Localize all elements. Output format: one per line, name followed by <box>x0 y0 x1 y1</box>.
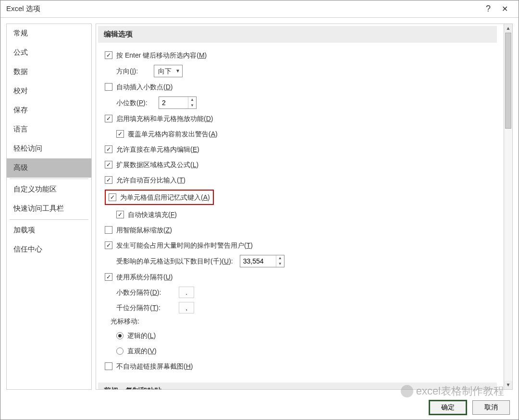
checkbox-no-hyperlink-screenshot[interactable] <box>105 362 112 370</box>
opt-enter-move[interactable]: 按 Enter 键后移动所选内容(M) <box>96 48 508 63</box>
opt-no-hyperlink-screenshot[interactable]: 不自动超链接屏幕截图(H) <box>96 359 508 374</box>
label-alert-large-ops: 发生可能会占用大量时间的操作时警告用户(T) <box>116 240 253 251</box>
radio-cursor-visual[interactable] <box>116 348 124 355</box>
label-edit-in-cell: 允许直接在单元格内编辑(E) <box>116 144 199 155</box>
sidebar-item-0[interactable]: 常规 <box>7 24 91 43</box>
sidebar-item-3[interactable]: 校对 <box>7 82 91 101</box>
highlight-autocomplete: 为单元格值启用记忆式键入(A) <box>105 190 214 205</box>
sidebar: 常规公式数据校对保存语言轻松访问高级自定义功能区快速访问工具栏加载项信任中心 <box>6 24 92 390</box>
input-decimal-sep[interactable] <box>179 287 194 298</box>
spinner-decimal-places[interactable]: ▲▼ <box>159 96 197 109</box>
help-button[interactable]: ? <box>480 4 496 14</box>
content-area: 常规公式数据校对保存语言轻松访问高级自定义功能区快速访问工具栏加载项信任中心 编… <box>0 18 519 396</box>
spin-up-icon[interactable]: ▲ <box>276 255 284 261</box>
label-system-sep: 使用系统分隔符(U) <box>116 271 173 283</box>
opt-flash-fill[interactable]: 自动快速填充(F) <box>96 207 508 222</box>
label-direction: 方向(I): <box>116 65 154 77</box>
input-affected-cells[interactable] <box>240 255 276 267</box>
dialog-title: Excel 选项 <box>6 4 480 13</box>
spin-up-icon[interactable]: ▲ <box>188 97 196 103</box>
sidebar-separator <box>10 179 88 179</box>
spinner-affected-cells[interactable]: ▲▼ <box>240 255 284 267</box>
sidebar-item-8[interactable]: 自定义功能区 <box>7 180 91 199</box>
cancel-button[interactable]: 取消 <box>472 400 510 415</box>
opt-zoom-roll[interactable]: 用智能鼠标缩放(Z) <box>96 222 508 238</box>
opt-alert-large-ops[interactable]: 发生可能会占用大量时间的操作时警告用户(T) <box>96 238 508 253</box>
scrollbar[interactable]: ▲ ▼ <box>504 24 512 389</box>
opt-system-sep[interactable]: 使用系统分隔符(U) <box>96 269 508 285</box>
checkbox-auto-decimal[interactable] <box>105 83 112 91</box>
row-decimal-places: 小位数(P): ▲▼ <box>96 95 508 111</box>
input-decimal-places[interactable] <box>159 97 188 108</box>
checkbox-percent-entry[interactable] <box>105 176 112 184</box>
close-button[interactable]: ✕ <box>496 4 513 13</box>
label-extend-format: 扩展数据区域格式及公式(L) <box>116 159 198 170</box>
opt-edit-in-cell[interactable]: 允许直接在单元格内编辑(E) <box>96 142 508 157</box>
opt-auto-decimal[interactable]: 自动插入小数点(D) <box>96 79 508 95</box>
checkbox-overwrite-warn[interactable] <box>116 130 124 138</box>
row-thousand-sep: 千位分隔符(T): <box>96 300 508 315</box>
sidebar-item-4[interactable]: 保存 <box>7 101 91 120</box>
chevron-down-icon: ▼ <box>175 65 180 77</box>
scroll-down-icon[interactable]: ▼ <box>504 381 512 389</box>
ok-button[interactable]: 确定 <box>429 400 467 415</box>
row-direction: 方向(I): 向下 ▼ <box>96 63 508 79</box>
sidebar-item-6[interactable]: 轻松访问 <box>7 139 91 158</box>
label-no-hyperlink-screenshot: 不自动超链接屏幕截图(H) <box>116 360 193 372</box>
sidebar-item-9[interactable]: 快速访问工具栏 <box>7 199 91 218</box>
label-affected-cells: 受影响的单元格达到以下数目时(千)(U): <box>116 255 233 267</box>
dialog-footer: 确定 取消 <box>0 396 519 420</box>
scroll-thumb[interactable] <box>505 33 511 129</box>
opt-cursor-logical[interactable]: 逻辑的(L) <box>96 328 508 343</box>
opt-fill-handle[interactable]: 启用填充柄和单元格拖放功能(D) <box>96 111 508 126</box>
spin-down-icon[interactable]: ▼ <box>188 103 196 108</box>
spin-down-icon[interactable]: ▼ <box>276 261 284 267</box>
titlebar: Excel 选项 ? ✕ <box>0 0 519 18</box>
checkbox-flash-fill[interactable] <box>116 211 124 218</box>
sidebar-item-7[interactable]: 高级 <box>7 158 91 178</box>
label-percent-entry: 允许自动百分比输入(T) <box>116 174 185 186</box>
label-enter-move: 按 Enter 键后移动所选内容(M) <box>116 49 207 61</box>
radio-cursor-logical[interactable] <box>116 332 124 339</box>
label-cursor-logical: 逻辑的(L) <box>127 330 156 341</box>
row-affected-cells: 受影响的单元格达到以下数目时(千)(U): ▲▼ <box>96 253 508 269</box>
sidebar-separator <box>10 219 88 220</box>
row-decimal-sep: 小数分隔符(D): <box>96 285 508 300</box>
section-editing-header: 编辑选项 <box>98 26 497 43</box>
label-decimal-places: 小位数(P): <box>116 97 159 108</box>
sidebar-item-10[interactable]: 加载项 <box>7 221 91 240</box>
checkbox-extend-format[interactable] <box>105 161 112 168</box>
sidebar-item-1[interactable]: 公式 <box>7 43 91 62</box>
label-cursor-visual: 直观的(V) <box>127 345 157 357</box>
sidebar-item-11[interactable]: 信任中心 <box>7 240 91 259</box>
label-overwrite-warn: 覆盖单元格内容前发出警告(A) <box>128 128 218 140</box>
label-fill-handle: 启用填充柄和单元格拖放功能(D) <box>116 113 213 124</box>
checkbox-zoom-roll[interactable] <box>105 226 112 234</box>
label-decimal-sep: 小数分隔符(D): <box>116 287 179 298</box>
section-cutcopy-header: 剪切、复制和粘贴 <box>98 383 497 389</box>
checkbox-fill-handle[interactable] <box>105 115 112 122</box>
opt-overwrite-warn[interactable]: 覆盖单元格内容前发出警告(A) <box>96 126 508 142</box>
sidebar-item-5[interactable]: 语言 <box>7 120 91 139</box>
label-thousand-sep: 千位分隔符(T): <box>116 302 179 313</box>
opt-percent-entry[interactable]: 允许自动百分比输入(T) <box>96 172 508 188</box>
checkbox-enter-move[interactable] <box>105 51 112 59</box>
opt-autocomplete[interactable]: 为单元格值启用记忆式键入(A) <box>96 188 508 207</box>
input-thousand-sep[interactable] <box>179 302 194 313</box>
label-zoom-roll: 用智能鼠标缩放(Z) <box>116 224 172 236</box>
opt-cursor-visual[interactable]: 直观的(V) <box>96 343 508 359</box>
label-flash-fill: 自动快速填充(F) <box>128 209 177 220</box>
scroll-up-icon[interactable]: ▲ <box>504 24 512 33</box>
label-cursor-move: 光标移动: <box>96 315 508 328</box>
label-autocomplete: 为单元格值启用记忆式键入(A) <box>120 192 210 203</box>
dropdown-direction[interactable]: 向下 ▼ <box>154 65 183 77</box>
label-auto-decimal: 自动插入小数点(D) <box>116 81 173 93</box>
main-panel: 编辑选项 按 Enter 键后移动所选内容(M) 方向(I): 向下 ▼ 自动插… <box>96 24 513 390</box>
checkbox-autocomplete[interactable] <box>109 193 116 201</box>
checkbox-alert-large-ops[interactable] <box>105 241 112 249</box>
opt-extend-format[interactable]: 扩展数据区域格式及公式(L) <box>96 157 508 172</box>
checkbox-edit-in-cell[interactable] <box>105 145 112 153</box>
sidebar-item-2[interactable]: 数据 <box>7 62 91 82</box>
checkbox-system-sep[interactable] <box>105 273 112 281</box>
